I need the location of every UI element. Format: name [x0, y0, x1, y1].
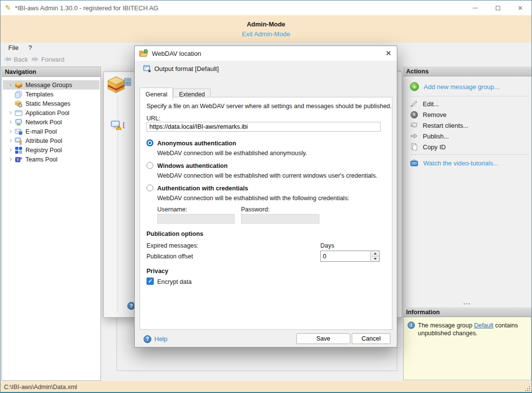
output-format-row: Output format [Default]	[143, 65, 219, 72]
calculator-icon	[123, 78, 132, 86]
default-group-link[interactable]: Default	[474, 322, 494, 329]
anonymous-auth-description: WebDAV connection will be esthablished a…	[157, 150, 307, 157]
nav-item-teams-pool[interactable]: T Teams Pool	[3, 155, 99, 164]
app-window: ✎ *IBI-aws Admin 1.30.0 - registered for…	[0, 0, 532, 393]
hidden-text-fragment: [	[123, 121, 124, 128]
chevron-right-icon[interactable]	[6, 121, 14, 123]
dialog-close-icon[interactable]: ✕	[380, 49, 397, 58]
webdav-location-dialog: WebDAV location ✕ Output format [Default…	[134, 46, 397, 347]
minimize-button[interactable]	[464, 0, 486, 15]
url-input[interactable]	[146, 122, 381, 132]
output-format-label: Output format [Default]	[154, 65, 219, 72]
templates-icon	[14, 91, 23, 98]
webdav-folder-icon	[139, 49, 148, 58]
chevron-right-icon[interactable]	[6, 130, 14, 133]
radio-windows-auth[interactable]	[146, 162, 153, 169]
maximize-button[interactable]	[486, 0, 509, 15]
information-body: i The message group Default contains unp…	[403, 317, 532, 380]
credentials-auth-label[interactable]: Authentication with credentials	[157, 185, 248, 192]
forward-button[interactable]: Forward	[32, 56, 65, 63]
password-input[interactable]	[241, 214, 319, 224]
exit-admin-mode-link[interactable]: Exit Admin-Mode	[242, 30, 290, 38]
actions-header: Actions	[403, 67, 532, 76]
copy-icon	[410, 143, 418, 151]
separator	[411, 154, 529, 155]
spin-down-button[interactable]	[371, 256, 379, 261]
dialog-description: Specify a file on an WebDAV server where…	[146, 103, 392, 110]
nav-item-templates[interactable]: Templates	[3, 90, 99, 99]
action-add-new-message-group[interactable]: + Add new message group...	[403, 79, 532, 94]
forward-arrow-icon	[32, 57, 39, 62]
menu-help[interactable]: ?	[24, 43, 37, 52]
encrypt-data-checkbox[interactable]: ✓	[146, 277, 154, 285]
status-path: C:\IBI-aws\Admin\Data.xml	[4, 384, 77, 391]
network-pool-icon	[14, 118, 23, 126]
action-edit[interactable]: Edit...	[403, 98, 532, 109]
app-logo-icon: ✎	[5, 3, 11, 12]
back-button[interactable]: Back	[4, 56, 28, 63]
email-pool-icon	[14, 128, 23, 136]
chevron-right-icon[interactable]	[6, 139, 14, 142]
nav-item-email-pool[interactable]: E-mail Pool	[3, 127, 99, 136]
url-label: URL:	[146, 115, 160, 122]
minimize-icon	[473, 8, 478, 8]
monitor-warning-icon	[111, 120, 121, 131]
general-tab-panel: Specify a file on an WebDAV server where…	[140, 97, 392, 330]
admin-mode-title: Admin-Mode	[0, 21, 532, 28]
dialog-title: WebDAV location	[152, 50, 201, 57]
action-publish[interactable]: Publish...	[403, 131, 532, 141]
close-icon: ✕	[518, 4, 523, 12]
action-remove[interactable]: × Remove	[403, 109, 532, 120]
radio-anonymous-auth[interactable]	[146, 139, 153, 146]
nav-item-message-groups[interactable]: Message Groups	[3, 80, 99, 90]
cancel-button[interactable]: Cancel	[352, 333, 390, 344]
publication-offset-input[interactable]	[321, 251, 370, 261]
windows-auth-label[interactable]: Windows authentication	[157, 162, 228, 169]
resize-grip[interactable]	[524, 385, 530, 391]
username-input[interactable]	[157, 214, 235, 224]
chevron-right-icon[interactable]	[6, 112, 14, 114]
nav-item-static-messages[interactable]: Static Messages	[3, 99, 99, 108]
days-label: Days	[320, 242, 334, 249]
spin-down-icon	[374, 258, 377, 260]
encrypt-data-label[interactable]: Encrypt data	[157, 278, 192, 285]
information-header: Information	[403, 307, 532, 317]
help-link[interactable]: ? Help	[144, 335, 168, 343]
radio-credentials-auth[interactable]	[146, 185, 153, 191]
attribute-pool-icon	[14, 137, 23, 145]
output-format-icon	[143, 65, 151, 72]
info-text-before: The message group	[418, 322, 474, 329]
tv-icon	[410, 159, 418, 167]
admin-mode-banner: Admin-Mode Exit Admin-Mode	[0, 15, 532, 43]
password-label: Password:	[241, 206, 269, 213]
username-label: Username:	[157, 206, 187, 213]
spin-up-button[interactable]	[371, 251, 379, 256]
chevron-right-icon[interactable]	[6, 84, 14, 86]
help-icon: ?	[144, 335, 151, 343]
navigation-header: Navigation	[2, 67, 100, 77]
close-button[interactable]: ✕	[509, 0, 532, 15]
nav-item-registry-pool[interactable]: Registry Pool	[3, 145, 99, 155]
splitter-handle[interactable]: •••	[403, 301, 532, 307]
spin-up-icon	[374, 253, 377, 254]
privacy-header: Privacy	[146, 268, 168, 275]
menu-file[interactable]: File	[3, 43, 24, 52]
tab-general[interactable]: General	[140, 88, 173, 100]
separator	[411, 96, 529, 96]
publication-options-header: Publication options	[146, 231, 203, 237]
remove-icon: ×	[411, 111, 418, 118]
information-panel: ••• Information i The message group Defa…	[403, 301, 532, 380]
action-copy-id[interactable]: Copy ID	[403, 141, 532, 152]
chevron-right-icon[interactable]	[6, 158, 14, 161]
action-watch-video-tutorials[interactable]: Watch the video-tutorials...	[403, 157, 532, 169]
nav-item-network-pool[interactable]: Network Pool	[3, 117, 99, 127]
message-group-large-icon	[107, 75, 125, 94]
status-bar: C:\IBI-aws\Admin\Data.xml	[0, 381, 532, 393]
nav-item-application-pool[interactable]: Application Pool	[3, 108, 99, 117]
action-restart-clients[interactable]: Restart clients...	[403, 120, 532, 131]
teams-pool-icon: T	[14, 156, 23, 163]
nav-item-attribute-pool[interactable]: Attribute Pool	[3, 136, 99, 145]
chevron-right-icon[interactable]	[6, 149, 14, 151]
save-button[interactable]: Save	[296, 333, 350, 344]
anonymous-auth-label[interactable]: Anonymous authentication	[157, 140, 236, 147]
